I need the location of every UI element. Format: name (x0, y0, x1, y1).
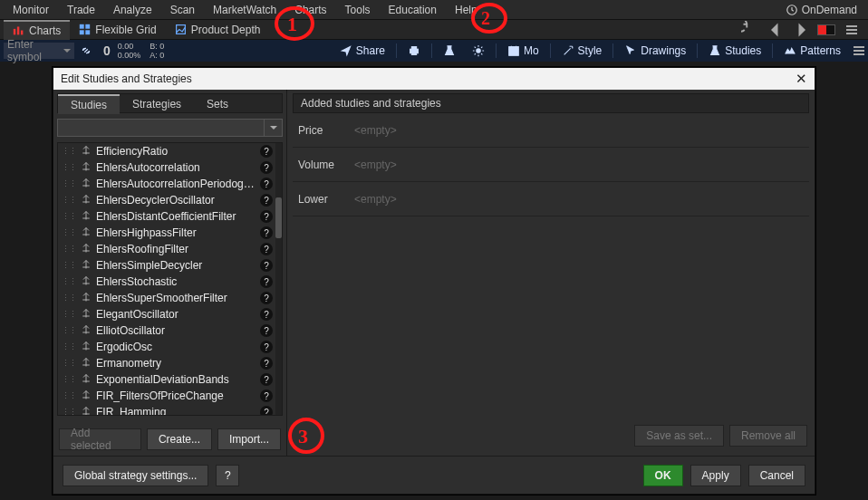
menu-scan[interactable]: Scan (161, 0, 204, 20)
drag-handle-icon: ⋮⋮ (62, 408, 76, 416)
study-row[interactable]: ⋮⋮EhlersAutocorrelation? (58, 159, 282, 176)
menu-education[interactable]: Education (380, 0, 446, 20)
undo-icon (741, 21, 759, 39)
print-button[interactable] (400, 41, 428, 61)
nav-fwd-button[interactable] (792, 22, 810, 38)
help-icon[interactable]: ? (260, 243, 273, 255)
study-row[interactable]: ⋮⋮EhlersAutocorrelationPeriodogr...? (58, 176, 282, 192)
study-slot-row[interactable]: Lower<empty> (293, 182, 809, 216)
studies-button[interactable]: Studies (701, 41, 768, 61)
apply-button[interactable]: Apply (690, 465, 741, 486)
study-row[interactable]: ⋮⋮FIR_Hamming? (58, 404, 282, 416)
study-row[interactable]: ⋮⋮EhlersRoofingFilter? (58, 241, 282, 257)
menu-charts[interactable]: Charts (285, 0, 335, 20)
study-name: EhlersSimpleDecycler (96, 259, 256, 272)
help-icon[interactable]: ? (260, 406, 273, 416)
drag-handle-icon: ⋮⋮ (62, 391, 76, 400)
tab-flexible-grid[interactable]: Flexible Grid (70, 20, 165, 40)
help-button[interactable]: ? (216, 465, 239, 486)
study-row[interactable]: ⋮⋮ErgodicOsc? (58, 339, 282, 355)
ondemand-button[interactable]: OnDemand (786, 4, 864, 16)
patterns-button[interactable]: Patterns (776, 41, 848, 61)
study-row[interactable]: ⋮⋮EfficiencyRatio? (58, 143, 282, 159)
study-row[interactable]: ⋮⋮ElliotOscillator? (58, 322, 282, 339)
help-icon[interactable]: ? (260, 357, 273, 370)
help-icon[interactable]: ? (260, 389, 273, 402)
study-row[interactable]: ⋮⋮EhlersDistantCoefficientFilter? (58, 208, 282, 225)
indicator-icon (81, 357, 92, 370)
drag-handle-icon: ⋮⋮ (62, 326, 76, 335)
study-row[interactable]: ⋮⋮EhlersHighpassFilter? (58, 225, 282, 241)
help-icon[interactable]: ? (260, 292, 273, 304)
create-button[interactable]: Create... (147, 428, 212, 450)
menu-trade[interactable]: Trade (58, 0, 104, 20)
nav-back-button[interactable] (767, 22, 785, 38)
menu-marketwatch[interactable]: MarketWatch (204, 0, 285, 20)
ok-button[interactable]: OK (643, 465, 683, 486)
help-icon[interactable]: ? (260, 210, 273, 223)
remove-all-button[interactable]: Remove all (729, 425, 807, 447)
drag-handle-icon: ⋮⋮ (62, 196, 76, 205)
help-icon[interactable]: ? (260, 373, 273, 386)
help-icon[interactable]: ? (260, 194, 273, 207)
study-row[interactable]: ⋮⋮EhlersStochastic? (58, 274, 282, 290)
import-button[interactable]: Import... (217, 428, 281, 450)
share-button[interactable]: Share (333, 41, 392, 61)
tab-charts[interactable]: Charts (4, 20, 70, 40)
global-strategy-settings-button[interactable]: Global strategy settings... (63, 465, 208, 486)
chart-toolbar: Enter symbol 0 0.00 0.00% B: 0 A: 0 Shar… (0, 40, 868, 62)
study-row[interactable]: ⋮⋮Ermanometry? (58, 355, 282, 371)
drag-handle-icon: ⋮⋮ (62, 261, 76, 270)
menu-monitor[interactable]: Monitor (4, 0, 58, 20)
add-selected-button[interactable]: Add selected (59, 428, 141, 450)
tab-studies[interactable]: Studies (58, 94, 120, 114)
save-as-set-button[interactable]: Save as set... (634, 425, 724, 447)
flask-button[interactable] (436, 41, 463, 61)
tab-product-depth[interactable]: Product Depth (166, 20, 270, 40)
link-icon[interactable] (80, 44, 92, 57)
help-icon[interactable]: ? (260, 275, 273, 288)
menu-analyze[interactable]: Analyze (104, 0, 161, 20)
color-mode-button[interactable] (817, 22, 835, 38)
tab-sets[interactable]: Sets (194, 94, 241, 114)
scrollbar-thumb[interactable] (275, 197, 282, 238)
study-slot-row[interactable]: Volume<empty> (293, 148, 809, 182)
close-button[interactable]: ✕ (796, 71, 807, 87)
study-slot-row[interactable]: Price<empty> (293, 113, 809, 148)
study-row[interactable]: ⋮⋮FIR_FiltersOfPriceChange? (58, 388, 282, 404)
study-name: ErgodicOsc (96, 341, 256, 353)
candlestick-icon (13, 24, 24, 36)
study-row[interactable]: ⋮⋮EhlersSimpleDecycler? (58, 257, 282, 274)
timeframe-button[interactable]: Mo (500, 41, 546, 61)
study-search-input[interactable] (57, 119, 265, 137)
help-icon[interactable]: ? (260, 341, 273, 353)
menu-help[interactable]: Help (446, 0, 487, 20)
help-icon[interactable]: ? (260, 178, 273, 190)
help-icon[interactable]: ? (260, 161, 273, 174)
help-icon[interactable]: ? (260, 259, 273, 272)
tab-strategies[interactable]: Strategies (120, 94, 194, 114)
study-list[interactable]: ⋮⋮EfficiencyRatio?⋮⋮EhlersAutocorrelatio… (57, 142, 283, 416)
study-row[interactable]: ⋮⋮ExponentialDeviationBands? (58, 371, 282, 388)
cancel-button[interactable]: Cancel (748, 465, 805, 486)
settings-button[interactable] (465, 41, 492, 61)
help-icon[interactable]: ? (260, 308, 273, 321)
study-row[interactable]: ⋮⋮EhlersDecyclerOscillator? (58, 192, 282, 208)
toolbar-menu-button[interactable] (854, 44, 864, 57)
symbol-input[interactable]: Enter symbol (4, 43, 74, 59)
svg-rect-13 (509, 47, 519, 56)
help-icon[interactable]: ? (260, 324, 273, 337)
study-list-scrollbar[interactable] (275, 143, 282, 415)
menu-tools[interactable]: Tools (336, 0, 380, 20)
drawings-button[interactable]: Drawings (617, 41, 693, 61)
study-row[interactable]: ⋮⋮ElegantOscillator? (58, 306, 282, 322)
menu-toggle-button[interactable] (843, 22, 861, 38)
style-button[interactable]: Style (555, 41, 610, 61)
drag-handle-icon: ⋮⋮ (62, 310, 76, 319)
study-row[interactable]: ⋮⋮EhlersSuperSmootherFilter? (58, 290, 282, 306)
undo-button[interactable] (741, 22, 759, 38)
help-icon[interactable]: ? (260, 226, 273, 239)
drag-handle-icon: ⋮⋮ (62, 212, 76, 221)
study-search-dropdown[interactable] (265, 119, 283, 137)
help-icon[interactable]: ? (260, 145, 273, 158)
